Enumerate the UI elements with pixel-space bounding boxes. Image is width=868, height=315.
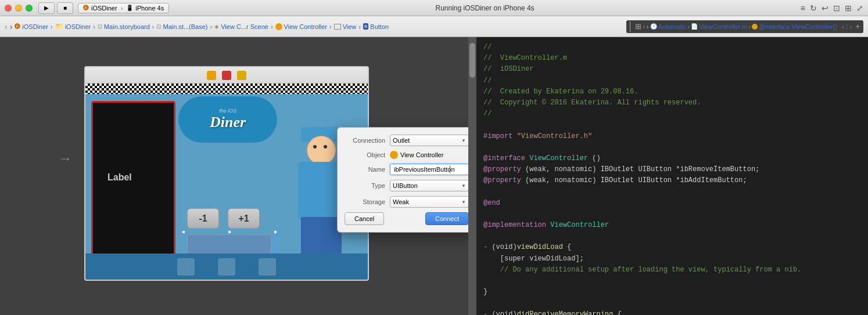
black-panel: Label	[91, 101, 175, 263]
logo-title: Diner	[210, 114, 246, 131]
symbol-icon	[752, 24, 758, 30]
connection-select[interactable]: Outlet ▼	[390, 135, 469, 146]
text-cursor	[450, 166, 450, 173]
vc-icon	[275, 23, 282, 30]
code-line: [super viewDidLoad];	[483, 254, 861, 265]
button-icon: B	[363, 23, 368, 30]
storyboard-panel: → Label the iOS	[0, 37, 476, 315]
breadcrumb-item-base[interactable]: ⊡ Main.st...(Base)	[156, 23, 207, 30]
code-line	[483, 186, 861, 197]
bottom-tab-2[interactable]	[218, 258, 235, 276]
object-value-container: View Controller	[390, 151, 443, 159]
maximize-button[interactable]	[26, 5, 33, 12]
add-editor-button[interactable]: +	[855, 22, 860, 31]
breadcrumb-item-view[interactable]: View	[334, 23, 357, 30]
symbol-label[interactable]: @interface ViewController()	[759, 23, 837, 30]
automatic-label[interactable]: Automatic	[658, 23, 687, 30]
scroll-bar[interactable]	[468, 37, 476, 315]
code-line	[483, 209, 861, 220]
storage-select[interactable]: Weak ▼	[390, 196, 469, 208]
breadcrumb-item-scene[interactable]: ◈ View C...r Scene	[214, 23, 268, 30]
char-head	[307, 136, 336, 165]
return-icon[interactable]: ↩	[822, 3, 828, 13]
code-line: // Created by Ekaterina on 29.08.16.	[483, 86, 861, 97]
scheme-selector[interactable]: 🅐 iOSDiner › 📱 iPhone 4s	[78, 3, 169, 13]
main-area: → Label the iOS	[0, 37, 868, 315]
code-nav-forward[interactable]: ›	[646, 22, 648, 31]
code-line: // Do any additional setup after loading…	[483, 265, 861, 276]
nav-forward[interactable]: ›	[10, 22, 13, 31]
connect-button[interactable]: Connect	[425, 212, 469, 225]
object-value: View Controller	[400, 151, 443, 158]
stop-button[interactable]: ■	[57, 2, 73, 14]
title-bar: ▶ ■ 🅐 iOSDiner › 📱 iPhone 4s Running iOS…	[0, 0, 868, 16]
code-line: @end	[483, 198, 861, 209]
breadcrumb-item-button[interactable]: B Button	[363, 23, 389, 30]
code-line	[483, 142, 861, 153]
breadcrumb-item-vc[interactable]: View Controller	[275, 23, 327, 30]
connection-arrow: ▼	[461, 138, 466, 143]
toolbar: ‹ › 🅐 iOSDiner › 📁 iOSDiner › ⊡ Main.sto…	[0, 16, 868, 37]
bottom-tab-1[interactable]	[177, 258, 195, 276]
code-nav-back[interactable]: ‹	[643, 22, 645, 31]
code-line: #import "ViewController.h"	[483, 131, 861, 142]
storage-value: Weak	[393, 198, 409, 205]
device-frame: Label the iOS Diner	[84, 66, 369, 281]
name-input[interactable]: ibPreviousItemButton	[390, 164, 469, 175]
expand-icon[interactable]: ⤢	[856, 3, 863, 13]
object-row: Object View Controller	[345, 151, 469, 159]
type-select[interactable]: UIButton ▼	[390, 180, 469, 191]
storage-arrow: ▼	[461, 200, 466, 205]
window-controls	[5, 5, 33, 12]
clock-icon: 🕐	[650, 23, 657, 30]
title-center: Running iOSDiner on iPhone 4s	[169, 4, 801, 12]
toolbar-divider	[630, 21, 630, 32]
file-label[interactable]: ViewController.m	[699, 23, 747, 30]
split-icon[interactable]: ⊡	[833, 3, 840, 13]
type-value: UIButton	[393, 182, 418, 189]
breadcrumb-item-folder[interactable]: 📁 iOSDiner	[55, 23, 91, 30]
object-label: Object	[345, 151, 385, 158]
type-row: Type UIButton ▼	[345, 180, 469, 191]
code-line	[483, 231, 861, 242]
scroll-thumb[interactable]	[469, 43, 475, 78]
code-line: - (void)didReceiveMemoryWarning {	[483, 309, 861, 316]
device-content: Label the iOS Diner	[85, 84, 368, 280]
code-line: - (void)viewDidLoad {	[483, 242, 861, 253]
logo-subtitle: the iOS	[219, 108, 236, 114]
connection-row: Connection Outlet ▼	[345, 135, 469, 146]
type-label: Type	[345, 182, 385, 189]
minus-button[interactable]: -1	[187, 208, 219, 229]
plus-button[interactable]: +1	[228, 208, 260, 229]
code-breadcrumb-bar: ⊞ ‹ › 🕐 Automatic › 📄 ViewController.m ›…	[626, 20, 863, 33]
breadcrumb-item-ios[interactable]: 🅐 iOSDiner	[15, 23, 48, 30]
nav-back-code[interactable]: ⊞	[635, 22, 641, 31]
name-row: Name ibPreviousItemButton	[345, 164, 469, 175]
code-line	[483, 298, 861, 309]
refresh-icon[interactable]: ↻	[810, 3, 817, 13]
bottom-tab-3[interactable]	[259, 258, 276, 276]
layout-icon[interactable]: ⊞	[845, 3, 852, 13]
minimize-button[interactable]	[15, 5, 22, 12]
window-title: Running iOSDiner on iPhone 4s	[435, 4, 534, 12]
view-icon	[334, 24, 341, 30]
code-line: //	[483, 75, 861, 86]
nav-back[interactable]: ‹	[5, 22, 8, 31]
top-icon-2	[222, 71, 231, 80]
checkerboard-top	[85, 84, 368, 94]
editor-icon[interactable]: ≡	[801, 3, 805, 13]
ios-icon: 🅐	[15, 23, 20, 30]
code-line: // iOSDiner	[483, 64, 861, 75]
code-line: @interface ViewController ()	[483, 153, 861, 164]
cancel-button[interactable]: Cancel	[345, 212, 384, 225]
arrow-indicator: →	[58, 150, 72, 166]
scheme-device: iPhone 4s	[135, 5, 164, 12]
storage-label: Storage	[345, 198, 385, 205]
connection-value: Outlet	[393, 137, 410, 144]
scheme-app-name: iOSDiner	[91, 5, 117, 12]
close-button[interactable]	[5, 5, 12, 12]
breadcrumb-item-storyboard[interactable]: ⊡ Main.storyboard	[98, 23, 150, 30]
run-button[interactable]: ▶	[38, 2, 55, 14]
logo-bg: the iOS Diner	[178, 96, 277, 143]
code-line: //	[483, 108, 861, 120]
